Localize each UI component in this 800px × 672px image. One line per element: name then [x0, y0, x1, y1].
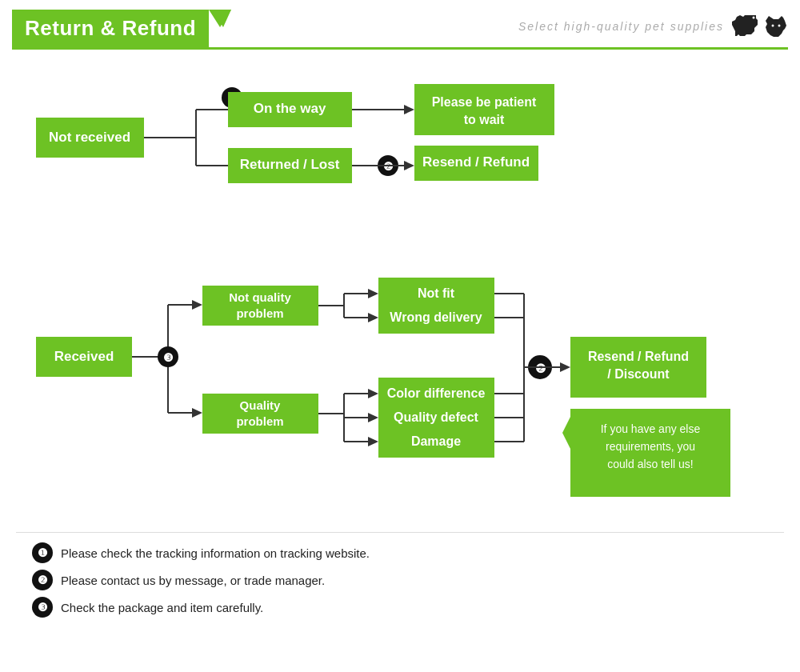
svg-text:If you have any else: If you have any else [601, 422, 701, 435]
note-num-3: ❸ [32, 597, 53, 618]
svg-marker-59 [368, 413, 378, 422]
svg-marker-81 [562, 417, 570, 449]
svg-text:problem: problem [236, 306, 283, 320]
svg-text:Please be patient: Please be patient [432, 95, 537, 109]
page-title: Return & Refund [25, 16, 196, 41]
svg-text:Resend / Refund: Resend / Refund [588, 350, 689, 363]
note-text-2: Please contact us by message, or trade m… [61, 574, 325, 587]
header-right: Select high-quality pet supplies [518, 10, 788, 47]
svg-text:Resend / Refund: Resend / Refund [422, 154, 530, 170]
divider [16, 532, 784, 533]
note-item-1: ❶ Please check the tracking information … [32, 542, 784, 563]
tagline: Select high-quality pet supplies [518, 20, 724, 33]
svg-marker-37 [192, 408, 202, 418]
svg-text:to wait: to wait [464, 113, 505, 126]
svg-marker-57 [368, 389, 378, 398]
svg-text:/ Discount: / Discount [607, 367, 670, 381]
svg-rect-17 [414, 84, 554, 135]
svg-marker-61 [368, 437, 378, 446]
svg-text:could also tell us!: could also tell us! [607, 458, 693, 470]
svg-text:Quality: Quality [240, 398, 282, 412]
svg-text:Received: Received [54, 349, 114, 364]
svg-marker-49 [368, 313, 378, 322]
svg-marker-47 [368, 289, 378, 298]
svg-marker-35 [192, 300, 202, 310]
bottom-flowchart: Received ❸ Not quality problem Quality p… [12, 241, 796, 529]
note-item-2: ❷ Please contact us by message, or trade… [32, 570, 784, 590]
svg-marker-16 [404, 105, 414, 114]
cat-icon [764, 14, 788, 38]
svg-text:Damage: Damage [411, 434, 461, 448]
svg-text:Wrong delivery: Wrong delivery [390, 310, 482, 324]
note-text-3: Check the package and item carefully. [61, 601, 263, 614]
svg-text:Not quality: Not quality [229, 290, 291, 304]
note-text-1: Please check the tracking information on… [61, 546, 370, 560]
svg-text:❸: ❸ [163, 351, 174, 364]
svg-text:Quality defect: Quality defect [394, 410, 478, 424]
svg-text:Not received: Not received [49, 130, 130, 145]
svg-text:problem: problem [236, 414, 283, 428]
notes-section: ❶ Please check the tracking information … [32, 542, 784, 618]
svg-marker-77 [560, 362, 570, 372]
svg-text:On the way: On the way [254, 101, 326, 116]
svg-point-4 [778, 24, 781, 26]
zigzag-decoration [209, 10, 231, 45]
svg-text:Color difference: Color difference [387, 386, 486, 400]
svg-marker-25 [404, 161, 414, 170]
svg-text:requirements, you: requirements, you [606, 440, 695, 453]
svg-text:❷: ❷ [535, 362, 546, 375]
svg-point-2 [753, 16, 755, 18]
top-flowchart: Not received ❶ On the way Please be pati… [12, 54, 796, 246]
dog-icon [729, 14, 759, 39]
note-num-1: ❶ [32, 542, 53, 563]
svg-text:Returned / Lost: Returned / Lost [240, 157, 340, 172]
note-item-3: ❸ Check the package and item carefully. [32, 597, 784, 618]
svg-text:Not fit: Not fit [418, 286, 455, 300]
svg-point-3 [772, 24, 774, 26]
note-num-2: ❷ [32, 570, 53, 590]
title-box: Return & Refund [12, 10, 209, 47]
